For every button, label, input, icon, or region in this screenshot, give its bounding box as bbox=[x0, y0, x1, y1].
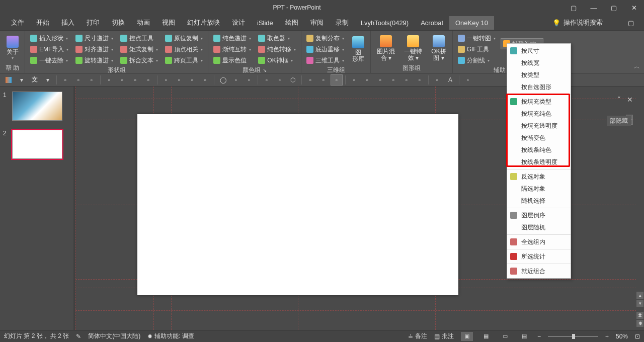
color-c1-1[interactable]: 渐纯互转▾ bbox=[211, 44, 253, 55]
minimize-button[interactable]: — bbox=[584, 0, 604, 15]
tab-审阅[interactable]: 审阅 bbox=[304, 15, 330, 30]
panel-close-icon[interactable]: ✕ bbox=[627, 96, 633, 104]
spellcheck-icon[interactable]: ✎ bbox=[76, 333, 81, 340]
tab-LvyhTools(0429)[interactable]: LvyhTools(0429) bbox=[355, 16, 415, 30]
qat-btn-16[interactable]: ▫ bbox=[274, 75, 285, 85]
qat-btn-22[interactable]: ▫ bbox=[362, 75, 373, 85]
aux-c1-0[interactable]: 一键转图▾ bbox=[456, 33, 498, 44]
one-click-fx-button[interactable]: 一键特 效 ▾ bbox=[401, 33, 425, 64]
shape-c1-2[interactable]: 一键去除▾ bbox=[28, 55, 70, 66]
qat-btn-26[interactable]: ▫ bbox=[414, 75, 425, 85]
menu-item-0[interactable]: 按尺寸 bbox=[507, 45, 571, 57]
qat-btn-23[interactable]: ▫ bbox=[375, 75, 386, 85]
qat-btn-20[interactable]: ▫ bbox=[331, 75, 342, 85]
prev-slide-icon[interactable]: ⯭ bbox=[636, 312, 643, 319]
accessibility-label[interactable]: 辅助功能: 调查 bbox=[154, 332, 194, 340]
menu-item-17[interactable]: 就近组合 bbox=[507, 265, 571, 277]
zoom-out-button[interactable]: − bbox=[537, 333, 541, 340]
menu-item-11[interactable]: 隔选对象 bbox=[507, 183, 571, 195]
sorter-view-icon[interactable]: ▦ bbox=[480, 332, 492, 341]
tab-幻灯片放映[interactable]: 幻灯片放映 bbox=[181, 15, 226, 30]
qat-btn-8[interactable]: ▫ bbox=[160, 75, 172, 85]
aux-c1-2[interactable]: 分割线▾ bbox=[456, 55, 498, 66]
qat-btn-28[interactable]: A bbox=[445, 75, 456, 85]
shape-library-button[interactable]: 图 形库 bbox=[349, 33, 367, 66]
share-icon[interactable]: ▢ bbox=[623, 16, 639, 30]
shape-c4-1[interactable]: 顶点相关▾ bbox=[163, 44, 205, 55]
menu-item-12[interactable]: 随机选择 bbox=[507, 195, 571, 207]
scroll-up-icon[interactable]: ▴ bbox=[636, 292, 643, 299]
close-button[interactable]: ✕ bbox=[624, 0, 644, 15]
zoom-in-button[interactable]: + bbox=[605, 333, 609, 340]
slideshow-view-icon[interactable]: ▤ bbox=[518, 332, 530, 341]
menu-item-15[interactable]: 全选组内 bbox=[507, 236, 571, 248]
zoom-level[interactable]: 50% bbox=[616, 333, 628, 340]
qat-btn-2[interactable]: ▫ bbox=[73, 75, 84, 85]
ribbon-options-icon[interactable]: ▢ bbox=[564, 0, 584, 15]
menu-item-2[interactable]: 按类型 bbox=[507, 69, 571, 81]
reading-view-icon[interactable]: ▭ bbox=[499, 332, 511, 341]
tab-文件[interactable]: 文件 bbox=[5, 15, 30, 30]
color-c2-1[interactable]: 纯色转移▾ bbox=[256, 44, 298, 55]
scroll-down-icon[interactable]: ▾ bbox=[636, 300, 643, 307]
tab-iSlide[interactable]: iSlide bbox=[251, 16, 279, 30]
menu-item-1[interactable]: 按线宽 bbox=[507, 57, 571, 69]
qat-btn-19[interactable]: ▫ bbox=[318, 75, 329, 85]
qat-btn-9[interactable]: ▫ bbox=[174, 75, 185, 85]
qat-dropdown-icon[interactable]: ▾ bbox=[16, 75, 27, 85]
menu-item-3[interactable]: 按自选图形 bbox=[507, 81, 571, 93]
color-c2-2[interactable]: OK神框▾ bbox=[256, 55, 298, 66]
tab-切换[interactable]: 切换 bbox=[106, 15, 131, 30]
qat-btn-21[interactable]: ▫ bbox=[349, 75, 360, 85]
color-c1-2[interactable]: 显示色值 bbox=[211, 55, 253, 66]
qat-btn-11[interactable]: ▫ bbox=[200, 75, 211, 85]
tab-绘图[interactable]: 绘图 bbox=[279, 15, 304, 30]
qat-btn-6[interactable]: ▫ bbox=[130, 75, 141, 85]
qat-btn-17[interactable]: ⬡ bbox=[287, 75, 298, 85]
threeD-c1-2[interactable]: 三维工具▾ bbox=[304, 55, 346, 66]
shape-c3-1[interactable]: 矩式复制▾ bbox=[118, 44, 160, 55]
qat-dropdown-icon-2[interactable]: ▾ bbox=[42, 75, 53, 85]
collapse-ribbon-icon[interactable]: ︿ bbox=[634, 62, 640, 71]
vertical-scrollbar[interactable]: ▴ ▾ ⯭ ⯯ bbox=[636, 87, 644, 330]
qat-btn-14[interactable]: ▫ bbox=[244, 75, 255, 85]
fit-window-icon[interactable]: ⊡ bbox=[635, 333, 640, 340]
slide-thumb-1[interactable]: 1 bbox=[3, 92, 72, 121]
qat-btn-25[interactable]: ▫ bbox=[401, 75, 412, 85]
normal-view-icon[interactable]: ▣ bbox=[461, 332, 473, 341]
qat-btn-15[interactable]: ▫ bbox=[261, 75, 272, 85]
shape-c2-1[interactable]: 对齐递进▾ bbox=[73, 44, 115, 55]
qat-btn-10[interactable]: ▫ bbox=[187, 75, 198, 85]
qat-btn-27[interactable]: ▫ bbox=[432, 75, 443, 85]
menu-item-14[interactable]: 图层随机 bbox=[507, 221, 571, 233]
zoom-slider[interactable] bbox=[548, 336, 598, 337]
panel-collapse-icon[interactable]: ˅ bbox=[617, 96, 621, 104]
next-slide-icon[interactable]: ⯯ bbox=[636, 320, 643, 327]
tab-视图[interactable]: 视图 bbox=[156, 15, 181, 30]
color-c1-0[interactable]: 纯色递进▾ bbox=[211, 33, 253, 44]
tab-OneKey 10[interactable]: OneKey 10 bbox=[449, 16, 494, 30]
qat-btn-12[interactable]: ◯ bbox=[217, 75, 228, 85]
qat-btn-1[interactable]: ▫ bbox=[60, 75, 71, 85]
shape-c4-0[interactable]: 原位复制▾ bbox=[163, 33, 205, 44]
notes-button[interactable]: ≐ 备注 bbox=[408, 332, 427, 340]
shape-c2-2[interactable]: 旋转递进▾ bbox=[73, 55, 115, 66]
about-button[interactable]: 关于 ▾ bbox=[4, 34, 22, 63]
tab-设计[interactable]: 设计 bbox=[226, 15, 251, 30]
qat-btn-4[interactable]: ▫ bbox=[104, 75, 115, 85]
shape-c1-0[interactable]: 插入形状▾ bbox=[28, 33, 70, 44]
shape-c3-2[interactable]: 拆合文本▾ bbox=[118, 55, 160, 66]
qat-btn-18[interactable]: ▫ bbox=[305, 75, 316, 85]
shape-c4-2[interactable]: 跨页工具▾ bbox=[163, 55, 205, 66]
qat-color-icon[interactable] bbox=[3, 75, 14, 85]
qat-text-icon[interactable]: 文 bbox=[29, 75, 40, 85]
threeD-c1-0[interactable]: 复制分布▾ bbox=[304, 33, 346, 44]
qat-btn-29[interactable]: ▫ bbox=[462, 75, 473, 85]
tab-动画[interactable]: 动画 bbox=[131, 15, 156, 30]
dialog-launcher-icon[interactable]: ↘ bbox=[263, 67, 267, 73]
qat-btn-13[interactable]: ▫ bbox=[230, 75, 242, 85]
menu-item-13[interactable]: 图层倒序 bbox=[507, 209, 571, 221]
tab-录制[interactable]: 录制 bbox=[330, 15, 355, 30]
shape-c3-0[interactable]: 控点工具 bbox=[118, 33, 160, 44]
qat-btn-7[interactable]: ▫ bbox=[143, 75, 154, 85]
